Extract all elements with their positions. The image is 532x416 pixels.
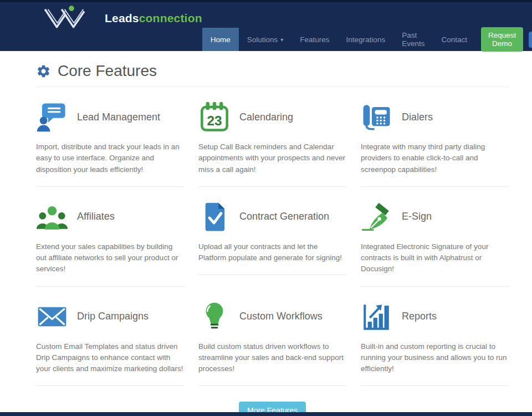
page-title: Core Features: [58, 62, 157, 80]
feature-card-lead-management: Lead Management Import, distribute and t…: [36, 100, 184, 187]
nav-item-integrations[interactable]: Integrations: [338, 28, 394, 51]
feature-description: Integrate with many third party dialing …: [361, 141, 509, 175]
envelope-icon: [36, 301, 68, 333]
feature-description: Build custom status driven workflows to …: [198, 341, 346, 375]
feature-description: Setup Call Back reminders and Calendar a…: [198, 141, 346, 175]
feature-card-custom-workflows: Custom Workflows Build custom status dri…: [198, 300, 346, 387]
pen-nib-icon: [361, 201, 393, 233]
feature-card-contract-generation: Contract Generation Upload all your cont…: [198, 200, 346, 276]
footer-bar: [0, 412, 532, 416]
feature-title: Calendaring: [239, 111, 293, 123]
nav-item-home[interactable]: Home: [202, 28, 239, 51]
feature-card-affiliates: Affiliates Extend your sales capabilitie…: [36, 200, 184, 287]
main-nav: Home Solutions▾ Features Integrations Pa…: [202, 28, 532, 51]
core-features-section: Core Features Lead Management Import, di…: [0, 62, 532, 416]
nav-item-features[interactable]: Features: [291, 28, 337, 51]
logo-w-icon: [42, 4, 101, 32]
people-group-icon: [36, 201, 68, 233]
feature-card-reports: Reports Built-in and custom reporting is…: [361, 300, 509, 387]
feature-description: Import, distribute and track your leads …: [36, 141, 184, 175]
feature-description: Upload all your contracts and let the Pl…: [198, 241, 346, 264]
feature-title: Lead Management: [77, 111, 160, 123]
feature-card-e-sign: E-Sign Integrated Electronic Signature o…: [361, 200, 509, 287]
lightbulb-icon: [198, 301, 231, 333]
site-header: Leadsconnection Home Solutions▾ Features…: [0, 0, 532, 51]
feature-title: Drip Campaigns: [77, 311, 149, 322]
svg-text:23: 23: [207, 113, 222, 128]
feature-title: Affiliates: [77, 211, 115, 222]
feature-description: Extend your sales capabilities by buildi…: [36, 241, 184, 275]
feature-card-drip-campaigns: Drip Campaigns Custom Email Templates an…: [36, 300, 184, 387]
nav-item-past-events[interactable]: Past Events: [393, 28, 433, 51]
gear-icon: [36, 64, 51, 79]
feature-title: Custom Workflows: [239, 311, 323, 322]
phone-icon: [361, 101, 393, 133]
nav-item-contact[interactable]: Contact: [433, 28, 475, 51]
feature-title: E-Sign: [402, 211, 432, 222]
page-header: Core Features: [36, 62, 509, 87]
logo-text: Leadsconnection: [105, 12, 202, 25]
feature-card-calendaring: 23 Calendaring Setup Call Back reminders…: [198, 100, 346, 187]
feature-card-dialers: Dialers Integrate with many third party …: [361, 100, 509, 187]
feature-description: Integrated Electronic Signature of your …: [361, 241, 509, 275]
chat-person-icon: [36, 101, 68, 133]
calendar-icon: 23: [198, 101, 231, 133]
logo[interactable]: Leadsconnection: [42, 4, 202, 32]
feature-title: Contract Generation: [239, 211, 329, 222]
nav-item-solutions[interactable]: Solutions▾: [239, 28, 292, 51]
feature-title: Dialers: [402, 111, 433, 123]
feature-description: Custom Email Templates and status driven…: [36, 341, 184, 375]
request-demo-button[interactable]: Request Demo: [481, 27, 523, 52]
document-check-icon: [198, 201, 231, 233]
feature-title: Reports: [402, 311, 437, 322]
support-button[interactable]: Support: [529, 32, 532, 48]
features-grid: Lead Management Import, distribute and t…: [36, 100, 509, 399]
chevron-down-icon: ▾: [280, 37, 283, 43]
feature-description: Built-in and custom reporting is crucial…: [361, 341, 509, 375]
bar-chart-icon: [361, 301, 393, 333]
